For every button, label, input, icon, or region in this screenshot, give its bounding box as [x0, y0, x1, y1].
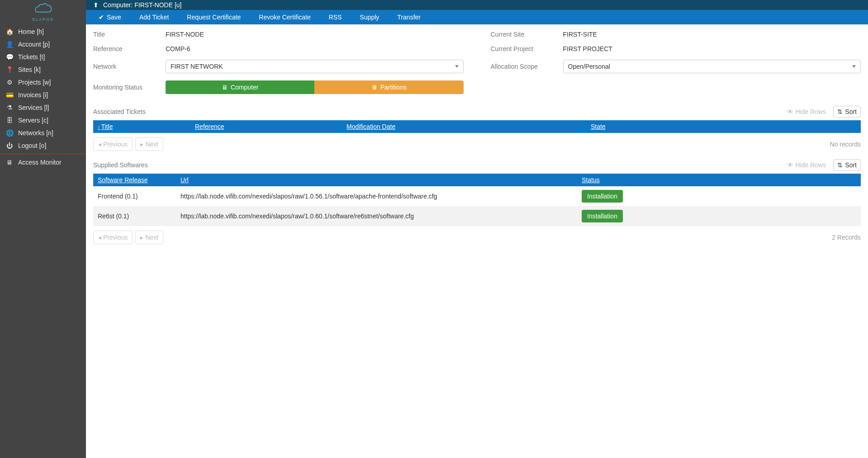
- next-button[interactable]: ▸Next: [135, 137, 163, 151]
- sidebar-item-label: Tickets [t]: [18, 53, 45, 61]
- next-button[interactable]: ▸Next: [135, 231, 163, 244]
- sort-button[interactable]: ⇅ Sort: [833, 159, 861, 171]
- sort-icon: ⇅: [837, 108, 843, 115]
- select-network[interactable]: FIRST NETWORK: [166, 60, 464, 73]
- no-records-text: No records: [830, 141, 861, 148]
- monitoring-partitions-button[interactable]: 🖥 Partitions: [314, 80, 463, 94]
- tickets-title: Associated Tickets: [93, 108, 146, 115]
- sort-label: Sort: [845, 161, 857, 169]
- sidebar-icon: ⚙: [5, 79, 14, 86]
- sidebar-item-8[interactable]: 🌐Networks [n]: [0, 127, 86, 139]
- sidebar-item-label: Home [h]: [18, 28, 44, 35]
- sidebar-icon: 🗄: [5, 117, 14, 124]
- sort-label: Sort: [845, 108, 857, 115]
- th-title[interactable]: Title: [98, 123, 195, 130]
- sidebar-item-monitor[interactable]: 🖥 Access Monitor: [0, 156, 86, 169]
- sidebar-icon: 👤: [5, 41, 14, 48]
- action-label: Supply: [360, 14, 379, 21]
- sidebar-icon: 📍: [5, 66, 14, 73]
- value-reference: COMP-6: [166, 45, 190, 52]
- sidebar-item-label: Invoices [i]: [18, 91, 48, 99]
- titlebar-title: FIRST-NODE [u]: [134, 1, 181, 9]
- sidebar-item-4[interactable]: ⚙Projects [w]: [0, 76, 86, 89]
- value-title: FIRST-NODE: [166, 31, 204, 38]
- sidebar: SLAPOS 🏠Home [h]👤Account [p]💬Tickets [t]…: [0, 0, 86, 458]
- label-scope: Allocation Scope: [491, 63, 563, 70]
- table-row[interactable]: Frontend (0.1) https://lab.node.vifib.co…: [93, 186, 861, 206]
- sidebar-icon: 💳: [5, 91, 14, 99]
- sidebar-item-2[interactable]: 💬Tickets [t]: [0, 51, 86, 63]
- prev-button[interactable]: ◂Previous: [93, 137, 133, 151]
- sidebar-icon: 💬: [5, 53, 14, 61]
- sidebar-item-label: Access Monitor: [18, 159, 62, 166]
- cell-release: Frontend (0.1): [98, 193, 180, 200]
- th-release[interactable]: Software Release: [98, 176, 180, 184]
- th-modification[interactable]: Modification Date: [346, 123, 591, 130]
- action-icon: ✔: [99, 14, 104, 21]
- records-text: 2 Records: [832, 234, 861, 241]
- sidebar-icon: 🌐: [5, 129, 14, 137]
- action-save[interactable]: ✔Save: [90, 10, 130, 24]
- form-row: Title FIRST-NODE Reference COMP-6 Networ…: [93, 31, 861, 101]
- prev-button[interactable]: ◂Previous: [93, 231, 133, 244]
- action-label: Add Ticket: [139, 14, 169, 21]
- prev-label: Previous: [103, 234, 128, 241]
- action-label: Transfer: [397, 14, 421, 21]
- sidebar-item-label: Services [l]: [18, 104, 49, 111]
- value-site: FIRST-SITE: [563, 31, 597, 38]
- sidebar-item-5[interactable]: 💳Invoices [i]: [0, 89, 86, 101]
- actionbar: ✔SaveAdd TicketRequest CertificateRevoke…: [86, 10, 868, 24]
- hide-rows-button[interactable]: 👁 Hide Rows: [783, 106, 830, 117]
- logo-icon: [32, 2, 54, 16]
- label-title: Title: [93, 31, 166, 38]
- up-icon[interactable]: ⬆: [93, 1, 99, 9]
- status-badge[interactable]: Installation: [582, 210, 623, 222]
- action-supply[interactable]: Supply: [351, 10, 389, 24]
- sidebar-item-1[interactable]: 👤Account [p]: [0, 38, 86, 51]
- th-url[interactable]: Url: [180, 176, 582, 184]
- action-revoke-certificate[interactable]: Revoke Certificate: [250, 10, 319, 24]
- sidebar-item-3[interactable]: 📍Sites [k]: [0, 63, 86, 76]
- th-state[interactable]: State: [591, 123, 856, 130]
- label-site: Current Site: [491, 31, 563, 38]
- next-label: Next: [145, 141, 158, 148]
- cell-status: Installation: [582, 190, 856, 203]
- prev-label: Previous: [103, 141, 128, 148]
- sidebar-item-0[interactable]: 🏠Home [h]: [0, 25, 86, 38]
- status-badge[interactable]: Installation: [582, 190, 623, 203]
- label-monitoring: Monitoring Status: [93, 84, 166, 91]
- logo: SLAPOS: [0, 0, 86, 25]
- hide-rows-label: Hide Rows: [796, 108, 826, 115]
- next-icon: ▸: [140, 234, 143, 241]
- sidebar-item-7[interactable]: 🗄Servers [c]: [0, 114, 86, 127]
- eye-icon: 👁: [787, 161, 793, 169]
- sidebar-item-9[interactable]: ⏻Logout [o]: [0, 139, 86, 152]
- label-network: Network: [93, 63, 166, 70]
- titlebar: ⬆ Computer: FIRST-NODE [u]: [86, 0, 868, 10]
- action-rss[interactable]: RSS: [320, 10, 351, 24]
- sidebar-item-6[interactable]: ⚗Services [l]: [0, 101, 86, 114]
- monitoring-computer-button[interactable]: 🖥 Computer: [166, 80, 314, 94]
- sidebar-item-label: Logout [o]: [18, 142, 46, 149]
- label-project: Current Project: [491, 45, 563, 52]
- value-project: FIRST PROJECT: [563, 45, 612, 52]
- action-transfer[interactable]: Transfer: [388, 10, 430, 24]
- cell-release: Re6st (0.1): [98, 212, 180, 220]
- th-reference[interactable]: Reference: [195, 123, 346, 130]
- prev-icon: ◂: [98, 234, 101, 241]
- action-request-certificate[interactable]: Request Certificate: [178, 10, 250, 24]
- th-status[interactable]: Status: [582, 176, 856, 184]
- monitoring-partitions-label: Partitions: [380, 84, 407, 91]
- monitoring-computer-label: Computer: [231, 84, 258, 91]
- prev-icon: ◂: [98, 141, 101, 148]
- hide-rows-button[interactable]: 👁 Hide Rows: [783, 160, 830, 170]
- sidebar-item-label: Projects [w]: [18, 79, 51, 86]
- titlebar-prefix: Computer:: [103, 1, 133, 9]
- sidebar-icon: ⚗: [5, 104, 14, 111]
- select-scope[interactable]: Open/Personal: [563, 60, 861, 73]
- eye-icon: 👁: [787, 108, 793, 115]
- sort-button[interactable]: ⇅ Sort: [833, 106, 861, 118]
- action-add-ticket[interactable]: Add Ticket: [130, 10, 178, 24]
- next-icon: ▸: [140, 141, 143, 148]
- table-row[interactable]: Re6st (0.1) https://lab.node.vifib.com/n…: [93, 206, 861, 226]
